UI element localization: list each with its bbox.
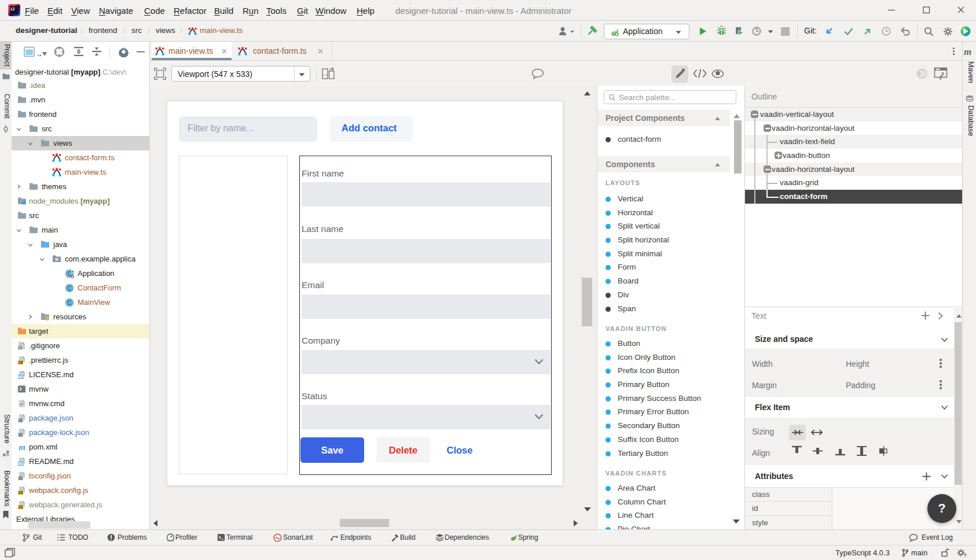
svg-text:C: C	[67, 300, 71, 306]
svg-text:MD: MD	[18, 375, 24, 379]
svg-text:{}: {}	[19, 433, 23, 437]
svg-text:JS: JS	[19, 505, 24, 509]
svg-text:MD: MD	[18, 462, 24, 466]
svg-text:?: ?	[963, 552, 966, 558]
svg-text:C: C	[67, 285, 71, 292]
svg-text:JS: JS	[19, 360, 24, 364]
svg-text:m: m	[19, 443, 25, 451]
svg-text:JS: JS	[19, 491, 24, 495]
svg-text:{}: {}	[19, 476, 23, 480]
svg-text:{}: {}	[19, 418, 23, 422]
